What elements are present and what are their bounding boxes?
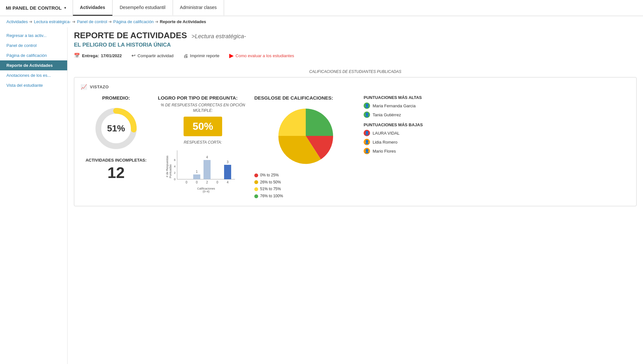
sidebar-item-panel[interactable]: Panel de control [0, 40, 67, 50]
lowest-title: PUNTUACIONES MÁS BAJAS [364, 122, 434, 127]
vistazo-header: 📈 VISTAZO [81, 84, 630, 90]
main-layout: Regresar a las activ... Panel de control… [0, 27, 643, 364]
print-icon: 🖨 [183, 53, 188, 58]
student-name-mario: Mario Flores [373, 149, 396, 154]
svg-rect-14 [224, 165, 231, 179]
delivery-date: 17/01/2022 [101, 53, 122, 58]
student-name-lidia: Lidia Romero [373, 140, 397, 145]
legend-dot-green [254, 194, 258, 198]
svg-text:1: 1 [196, 170, 198, 173]
student-item-3: 👤 Lidia Romero [364, 139, 434, 145]
svg-text:4: 4 [227, 181, 229, 184]
vistazo-title: VISTAZO [90, 84, 109, 89]
sidebar: Regresar a las activ... Panel de control… [0, 27, 68, 364]
legend-label-0: 0% to 25% [260, 172, 279, 179]
print-button[interactable]: 🖨 Imprimir reporte [183, 53, 220, 58]
incompletas-label: ACTIVIDADES INCOMPLETAS: [81, 158, 151, 163]
sidebar-item-reporte[interactable]: Reporte de Actividades [0, 60, 67, 70]
legend-dot-yellow [254, 187, 258, 191]
student-item-4: 👤 Mario Flores [364, 148, 434, 154]
legend-dot-red [254, 173, 258, 177]
student-name-tania: Tania Gutiérrez [373, 112, 401, 117]
tab-actividades[interactable]: Actividades [73, 0, 113, 16]
sidebar-item-anotaciones[interactable]: Anotaciones de los es... [0, 70, 67, 80]
report-subtitle: EL PELIGRO DE LA HISTORIA ÚNICA [74, 42, 637, 48]
report-header: REPORTE DE ACTIVIDADES >Lectura estratég… [74, 31, 637, 48]
legend-label-2: 51% to 75% [260, 186, 281, 193]
lowest-student-list: 👤 LAURA VIDAL 👤 Lidia Romero 👤 Mario Flo… [364, 130, 434, 154]
tab-administrar[interactable]: Administrar clases [173, 0, 224, 16]
promedio-title: PROMEDIO: [81, 95, 151, 101]
panel-title-button[interactable]: MI PANEL DE CONTROL ▼ [0, 0, 73, 16]
youtube-button[interactable]: ▶ Como evaluar a los estudiantes [229, 52, 294, 59]
desglose-section: DESGLOSE DE CALIFICACIONES: [254, 95, 357, 200]
student-name-maria: Maria Fernanda Garcia [373, 103, 416, 108]
tab-desempeno[interactable]: Desempeño estudiantil [113, 0, 173, 16]
bar-chart: 0 1 0 4 2 0 [164, 147, 241, 193]
breadcrumb-sep-3: ➜ [108, 19, 112, 24]
breadcrumb-calificacion[interactable]: Página de calificación [113, 19, 154, 24]
legend-label-3: 76% to 100% [260, 193, 283, 200]
youtube-label: Como evaluar a los estudiantes [236, 53, 294, 58]
highest-title: PUNTUACIONES MÁS ALTAS [364, 95, 434, 100]
share-label: Compartir actividad [138, 53, 174, 58]
svg-rect-9 [204, 160, 211, 179]
breadcrumb-reporte: Reporte de Actividades [160, 19, 206, 24]
student-name-laura: LAURA VIDAL [373, 131, 400, 136]
svg-text:2: 2 [206, 181, 208, 184]
svg-text:0: 0 [174, 178, 176, 181]
donut-chart: 51% [92, 104, 140, 153]
svg-text:6: 6 [174, 158, 176, 162]
svg-text:2: 2 [174, 171, 176, 174]
pie-legend: 0% to 25% 26% to 50% 51% to 75% 76% [254, 172, 357, 200]
top-header: MI PANEL DE CONTROL ▼ Actividades Desemp… [0, 0, 643, 16]
breadcrumb-lectura[interactable]: Lectura estratégica- [34, 19, 71, 24]
student-item-1: 👤 Tania Gutiérrez [364, 111, 434, 118]
promedio-percent: 51% [107, 123, 125, 134]
legend-item-2: 51% to 75% [254, 186, 357, 193]
sidebar-item-vista[interactable]: Vista del estudiante [0, 80, 67, 90]
mc-label: % DE RESPUESTAS CORRECTAS EN OPCIÓN MÚLT… [158, 102, 248, 113]
vistazo-card: 📈 VISTAZO PROMEDIO: 51% [74, 77, 637, 206]
breadcrumb-actividades[interactable]: Actividades [6, 19, 28, 24]
avatar-maria: 👤 [364, 102, 370, 109]
delivery-label: Entrega: [82, 53, 99, 58]
student-item-0: 👤 Maria Fernanda Garcia [364, 102, 434, 109]
panel-title-text: MI PANEL DE CONTROL [6, 5, 62, 11]
grades-published-label: CALIFICACIONES DE ESTUDIANTES PUBLICADAS [309, 69, 402, 74]
share-icon: ↩ [131, 53, 136, 58]
svg-text:Puntuadas: Puntuadas [169, 164, 172, 178]
avatar-lidia: 👤 [364, 139, 370, 145]
bar-chart-svg: 0 1 0 4 2 0 [164, 147, 241, 192]
svg-text:3: 3 [227, 160, 229, 164]
svg-text:# de Respuestas: # de Respuestas [166, 155, 169, 177]
logro-title: LOGRO POR TIPO DE PREGUNTA: [158, 95, 248, 101]
incompletas-num: 12 [81, 164, 151, 182]
svg-text:4: 4 [174, 165, 176, 168]
legend-item-1: 26% to 50% [254, 179, 357, 186]
svg-text:0: 0 [196, 181, 198, 184]
legend-label-1: 26% to 50% [260, 179, 281, 186]
sidebar-item-calificacion[interactable]: Página de calificación [0, 50, 67, 60]
avatar-mario: 👤 [364, 148, 370, 154]
youtube-icon: ▶ [229, 52, 234, 59]
legend-dot-darkyellow [254, 180, 258, 184]
student-item-2: 👤 LAURA VIDAL [364, 130, 434, 136]
share-button[interactable]: ↩ Compartir actividad [131, 53, 174, 58]
puntuaciones-section: PUNTUACIONES MÁS ALTAS 👤 Maria Fernanda … [364, 95, 434, 159]
promedio-section: PROMEDIO: 51% ACTIVIDADES INCOMPLETAS: 1… [81, 95, 151, 182]
short-answer-label: RESPUESTA CORTA: [158, 140, 248, 145]
breadcrumb-sep-2: ➜ [72, 19, 76, 24]
svg-text:(0–4): (0–4) [203, 190, 209, 193]
svg-text:0: 0 [186, 181, 187, 184]
sidebar-item-regresar[interactable]: Regresar a las activ... [0, 31, 67, 40]
calendar-icon: 📅 [74, 53, 80, 58]
main-tabs: Actividades Desempeño estudiantil Admini… [73, 0, 224, 16]
report-title: REPORTE DE ACTIVIDADES [74, 31, 187, 40]
action-bar: 📅 Entrega: 17/01/2022 ↩ Compartir activi… [74, 52, 637, 74]
print-label: Imprimir reporte [190, 53, 220, 58]
highest-student-list: 👤 Maria Fernanda Garcia 👤 Tania Gutiérre… [364, 102, 434, 118]
breadcrumb-panel[interactable]: Panel de control [77, 19, 107, 24]
report-course: >Lectura estratégica- [191, 33, 246, 40]
breadcrumb-sep-4: ➜ [155, 19, 158, 24]
